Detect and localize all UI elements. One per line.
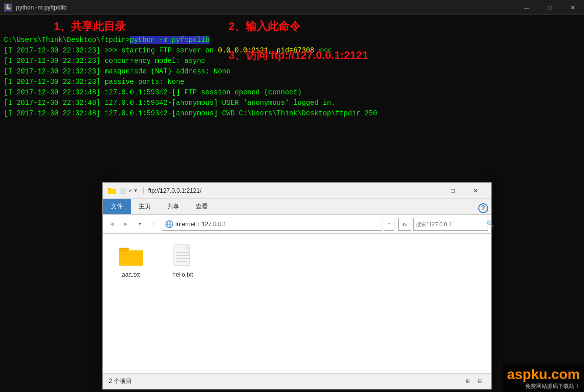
terminal-title: python -m pyftpdlib <box>16 4 66 11</box>
file-icon-hello <box>170 244 196 269</box>
file-label-hello: hello.txt <box>172 271 193 278</box>
terminal-controls: — □ ✕ <box>515 0 584 15</box>
search-button[interactable]: 🔍 <box>487 218 494 230</box>
ribbon-tabs: 文件 主页 共享 查看 ? <box>103 199 491 215</box>
view-large-btn[interactable]: ⊟ <box>474 376 485 387</box>
annotation-1: 1、共享此目录 <box>54 18 126 34</box>
globe-icon <box>165 220 173 228</box>
watermark: aspku.com 免费网站源码下载站！ <box>503 365 584 392</box>
tab-home[interactable]: 主页 <box>131 198 159 214</box>
watermark-brand-text: aspku <box>507 367 548 382</box>
file-label-aaa: aaa.txt <box>122 271 140 278</box>
folder-app-icon-svg <box>107 186 116 195</box>
refresh-btn[interactable]: ↻ <box>398 218 411 231</box>
view-toggle-buttons: ⊞ ⊟ <box>462 376 485 387</box>
terminal-line-2-row: [I 2017-12-30 22:32:23] concurrency mode… <box>4 56 580 66</box>
terminal-line-4: [I 2017-12-30 22:32:23] passive ports: N… <box>4 77 580 87</box>
search-box[interactable]: 🔍 <box>413 218 488 231</box>
file-area: aaa.txt hello.txt <box>103 234 491 373</box>
explorer-title: ftp://127.0.0.1:2121/ <box>148 187 418 194</box>
dropdown-btn[interactable]: ▾ <box>134 218 146 230</box>
svg-rect-10 <box>119 249 128 252</box>
file-item-aaa[interactable]: aaa.txt <box>111 242 151 280</box>
folder-svg-aaa <box>118 244 144 267</box>
annotation-3: 3、访问 ftp://127.0.0.1:2121 <box>229 47 368 63</box>
explorer-maximize-btn[interactable]: □ <box>441 183 464 199</box>
tab-file[interactable]: 文件 <box>103 198 131 214</box>
explorer-app-icon <box>107 186 117 196</box>
breadcrumb-internet: Internet <box>175 221 196 228</box>
terminal-minimize-btn[interactable]: — <box>515 0 538 15</box>
svg-rect-9 <box>119 251 143 266</box>
svg-rect-1 <box>108 188 111 190</box>
annotation-2: 2、输入此命令 <box>229 18 300 34</box>
status-count: 2 个项目 <box>109 377 132 386</box>
terminal-close-btn[interactable]: ✕ <box>561 0 584 15</box>
terminal-line-5: [I 2017-12-30 22:32:48] 127.0.0.1:59342-… <box>4 87 580 98</box>
quick-access-icons: ⬜ ✓ ▾ <box>120 187 137 194</box>
help-btn[interactable]: ? <box>478 203 488 213</box>
tab-view[interactable]: 查看 <box>188 198 216 214</box>
terminal-app-icon: 🐍 <box>4 3 12 11</box>
explorer-win-controls: — □ ✕ <box>418 183 487 199</box>
file-item-hello[interactable]: hello.txt <box>163 242 203 280</box>
terminal-titlebar: 🐍 python -m pyftpdlib — □ ✕ <box>0 0 584 15</box>
watermark-brand: aspku.com <box>507 367 580 383</box>
view-details-btn[interactable]: ⊞ <box>462 376 473 387</box>
terminal-maximize-btn[interactable]: □ <box>538 0 561 15</box>
terminal-line-6: [I 2017-12-30 22:32:48] 127.0.0.1:59342-… <box>4 98 580 108</box>
back-btn[interactable]: ◀ <box>106 218 118 230</box>
tab-share[interactable]: 共享 <box>159 198 188 214</box>
annotations-row: 1、共享此目录 2、输入此命令 <box>4 17 580 35</box>
explorer-window: ⬜ ✓ ▾ | ftp://127.0.0.1:2121/ — □ ✕ 文件 主… <box>102 182 492 390</box>
breadcrumb-host: 127.0.0.1 <box>202 221 227 228</box>
terminal-prompt-line: C:\Users\Think\Desktop\ftpdir>python -m … <box>4 35 580 45</box>
address-path[interactable]: Internet › 127.0.0.1 <box>162 218 382 231</box>
terminal-line-3: [I 2017-12-30 22:32:23] masquerade (NAT)… <box>4 66 580 77</box>
folder-icon-aaa <box>118 244 144 269</box>
address-bar: ◀ ▶ ▾ ↑ Internet › 127.0.0.1 ▾ ↻ <box>103 215 491 234</box>
up-btn[interactable]: ↑ <box>148 218 160 230</box>
explorer-close-btn[interactable]: ✕ <box>464 183 487 199</box>
terminal-command: python -m pyftpdlib <box>130 36 210 44</box>
status-bar: 2 个项目 ⊞ ⊟ <box>103 373 491 389</box>
explorer-titlebar: ⬜ ✓ ▾ | ftp://127.0.0.1:2121/ — □ ✕ <box>103 183 491 199</box>
watermark-brand-com: .com <box>548 367 580 382</box>
terminal-window: 🐍 python -m pyftpdlib — □ ✕ 1、共享此目录 2、输入… <box>0 0 584 392</box>
address-dropdown-btn[interactable]: ▾ <box>384 218 394 231</box>
watermark-subtitle: 免费网站源码下载站！ <box>507 383 580 390</box>
file-svg-hello <box>170 244 196 267</box>
breadcrumb-separator: › <box>198 221 200 228</box>
explorer-minimize-btn[interactable]: — <box>418 183 441 199</box>
terminal-body: 1、共享此目录 2、输入此命令 C:\Users\Think\Desktop\f… <box>0 15 584 121</box>
forward-btn[interactable]: ▶ <box>120 218 132 230</box>
search-input[interactable] <box>414 221 487 227</box>
terminal-line-7: [I 2017-12-30 22:32:48] 127.0.0.1:59342-… <box>4 108 580 119</box>
terminal-prompt: C:\Users\Think\Desktop\ftpdir> <box>4 36 130 44</box>
